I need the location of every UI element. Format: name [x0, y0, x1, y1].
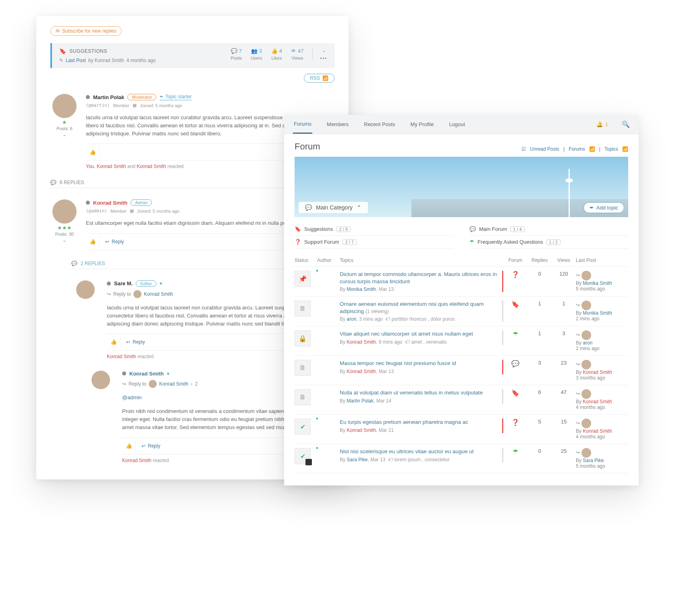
add-topic-button[interactable]: ✒Add topic — [583, 202, 624, 213]
last-post-author[interactable]: aron — [583, 340, 592, 346]
subforum-name: Suggestions — [304, 226, 333, 232]
topic-author[interactable]: Konrad Smith — [347, 339, 376, 345]
subforum-item[interactable]: 🔖Suggestions2 / 9 — [295, 223, 453, 236]
author-handle: (@admin) — [86, 208, 107, 214]
last-post-cell: ↪ By Konrad Smith 4 months ago — [576, 389, 628, 410]
tab-forums[interactable]: Forums — [293, 115, 312, 134]
last-post-author[interactable]: Konrad Smith — [583, 369, 612, 375]
topic-link[interactable]: Ornare aenean euismod elementum nisi qui… — [340, 301, 484, 314]
last-post-cell: ↪ By aron 2 mins ago — [576, 330, 628, 351]
link-topics[interactable]: Topics — [604, 146, 618, 152]
replies-count: 5 — [527, 419, 552, 425]
subforum-item[interactable]: ❓Support Forum2 / 7 — [295, 236, 453, 249]
chat-icon: 💬 — [50, 180, 56, 185]
viewing-label: (1 viewing) — [365, 309, 389, 314]
last-post-author[interactable]: Konrad Smith — [583, 399, 612, 404]
replies-count: 3 — [527, 360, 552, 366]
bookmark-icon: 🔖 — [59, 48, 66, 54]
author-name[interactable]: Konrad Smith — [129, 371, 164, 377]
tab-logout[interactable]: Logout — [448, 116, 466, 133]
chevron-down-icon[interactable]: ▾ — [160, 280, 162, 286]
last-post-time: 4 months ago — [576, 404, 605, 410]
topic-link[interactable]: Eu turpis egestas pretium aenean pharetr… — [340, 419, 468, 425]
forum-icon[interactable]: ☂ — [513, 331, 518, 338]
author-name[interactable]: Sare M. — [114, 280, 133, 286]
topic-link[interactable]: Nulla at volutpat diam ut venenatis tell… — [340, 390, 483, 396]
last-post-author[interactable]: Monika Smith — [583, 310, 612, 316]
avatar — [133, 290, 141, 298]
more-icon[interactable]: ••• — [320, 56, 327, 60]
forum-icon[interactable]: ☂ — [513, 448, 518, 455]
topic-tags: lorem ipsum , consectetur — [394, 457, 449, 463]
last-post-author[interactable]: Monika Smith — [583, 280, 612, 286]
tab-recent[interactable]: Recent Posts — [363, 116, 396, 133]
topic-author[interactable]: Sara Pike — [347, 457, 368, 463]
topic-cell: Nisl nisi scelerisque eu ultrices vitae … — [340, 448, 503, 463]
topic-link[interactable]: Massa tempor nec feugiat nisl prexiumo f… — [340, 360, 456, 366]
reply-button[interactable]: ↩Reply — [126, 339, 145, 345]
like-button[interactable]: 👍 — [86, 236, 100, 247]
topic-link[interactable]: Dictum at tempor commodo ullamcorper a. … — [340, 271, 497, 284]
topic-author[interactable]: aron — [347, 316, 356, 322]
last-post-author[interactable]: Sara Pike — [583, 458, 604, 463]
topic-author[interactable]: Martin Polak — [347, 398, 374, 404]
chevron-down-icon[interactable]: ▾ — [167, 371, 170, 377]
table-row: 🔒 Vitae aliquet nec ullamcorper sit amet… — [295, 326, 628, 356]
reply-icon: ↪ — [576, 272, 580, 278]
forum-icon[interactable]: ❓ — [511, 419, 519, 426]
topic-author[interactable]: Konrad Smith — [347, 427, 376, 433]
reply-icon: ↪ — [576, 361, 580, 367]
notifications-button[interactable]: 🔔1 — [596, 121, 608, 127]
chevron-down-icon[interactable]: ⌄ — [50, 132, 79, 137]
like-button[interactable]: 👍 — [122, 440, 136, 452]
status-icon: 🗎 — [295, 389, 311, 405]
tab-profile[interactable]: My Profile — [410, 116, 435, 133]
category-name: Main Category — [316, 204, 353, 211]
chevron-down-icon[interactable]: ⌄ — [320, 48, 327, 53]
rss-button[interactable]: RSS📶 — [304, 74, 334, 83]
tab-members[interactable]: Members — [326, 116, 349, 133]
author-role: Member — [110, 209, 127, 214]
last-post-time: 4 months ago — [127, 58, 156, 63]
subforum-item[interactable]: ☂Frequently Asked Questions1 / 2 — [469, 236, 628, 249]
reply-button[interactable]: ↩Reply — [141, 443, 160, 449]
forum-icon[interactable]: 🔖 — [511, 390, 519, 396]
forum-icon[interactable]: ❓ — [511, 271, 519, 278]
category-toggle[interactable]: 💬Main Category⌃ — [299, 202, 368, 213]
views-count: 15 — [552, 419, 576, 425]
topic-link[interactable]: Nisl nisi scelerisque eu ultrices vitae … — [340, 448, 473, 454]
author-name[interactable]: Konrad Smith — [93, 200, 127, 206]
link-forums[interactable]: Forums — [569, 146, 585, 152]
forum-icon: 🔖 — [295, 226, 301, 232]
reply-to-user[interactable]: Konrad Smith — [144, 291, 173, 297]
like-button[interactable]: 👍 — [107, 336, 120, 348]
topic-author[interactable]: Konrad Smith — [347, 369, 376, 374]
subforum-count: 2 / 7 — [343, 239, 357, 245]
forum-icon: ☂ — [469, 239, 474, 245]
status-dot-icon — [86, 201, 90, 205]
topic-author[interactable]: Monika Smith — [347, 286, 376, 292]
subforum-name: Main Forum — [479, 226, 507, 232]
avatar — [581, 330, 591, 340]
chevron-down-icon[interactable]: ⌄ — [50, 237, 79, 243]
topic-link[interactable]: Vitae aliquet nec ullamcorper sit amet r… — [340, 331, 473, 337]
last-post-author[interactable]: Konrad Smith — [583, 428, 612, 434]
last-post-cell: ↪ By Sara Pike 5 months ago — [576, 448, 628, 469]
reply-to-user[interactable]: Konrad Smith — [159, 381, 189, 387]
subforum-count: 1 / 2 — [546, 239, 561, 245]
forum-icon[interactable]: 💬 — [511, 360, 519, 367]
checklist-icon: ☑ — [521, 146, 526, 152]
forum-icon[interactable]: 🔖 — [511, 301, 519, 308]
subforum-item[interactable]: 💬Main Forum1 / 4 — [469, 223, 628, 236]
search-button[interactable]: 🔍 — [622, 120, 630, 128]
like-button[interactable]: 👍 — [86, 146, 100, 158]
views-count: 1 — [552, 301, 576, 307]
calendar-icon: ▦ — [130, 208, 134, 214]
status-icon: 🔒 — [295, 330, 311, 346]
reply-button[interactable]: ↩Reply — [105, 239, 124, 245]
last-post-author: by Konrad Smith — [88, 58, 124, 63]
link-unread[interactable]: Unread Posts — [530, 146, 559, 152]
leaf-icon: ✒ — [160, 94, 164, 100]
author-name[interactable]: Martin Polak — [93, 94, 124, 100]
subscribe-button[interactable]: ✉ Subscribe for new replies — [50, 26, 122, 36]
